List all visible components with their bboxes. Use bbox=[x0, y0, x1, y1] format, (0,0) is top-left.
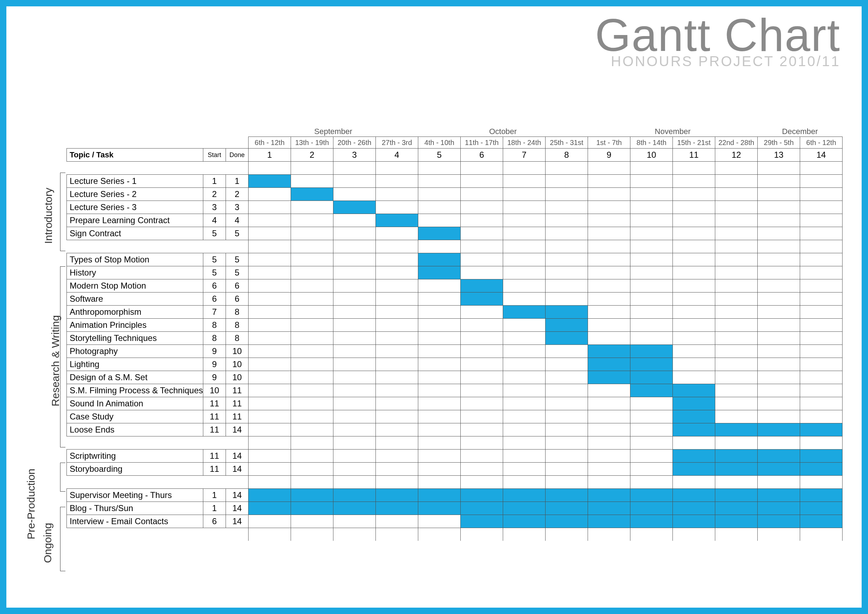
gantt-cell bbox=[546, 293, 588, 305]
task-name: Lecture Series - 3 bbox=[67, 201, 203, 214]
gantt-cell bbox=[631, 305, 673, 319]
spacer-row bbox=[67, 528, 843, 541]
gantt-cell bbox=[503, 175, 546, 188]
gantt-cell bbox=[588, 253, 631, 266]
task-done: 14 bbox=[226, 515, 248, 528]
gantt-cell bbox=[546, 450, 588, 463]
gantt-cell bbox=[673, 293, 715, 305]
task-row: Case Study1111 bbox=[67, 410, 843, 423]
gantt-cell bbox=[333, 463, 376, 476]
gantt-cell bbox=[291, 384, 333, 397]
gantt-cell bbox=[546, 227, 588, 240]
gantt-cell bbox=[631, 423, 673, 436]
gantt-cell bbox=[418, 293, 461, 305]
gantt-cell bbox=[673, 371, 715, 384]
gantt-cell bbox=[418, 371, 461, 384]
col-header-task: Topic / Task bbox=[67, 149, 203, 162]
task-row: Prepare Learning Contract44 bbox=[67, 214, 843, 227]
gantt-cell bbox=[461, 227, 503, 240]
gantt-cell bbox=[673, 279, 715, 293]
gantt-cell bbox=[376, 293, 418, 305]
gantt-cell bbox=[800, 450, 843, 463]
gantt-cell bbox=[673, 305, 715, 319]
gantt-cell bbox=[461, 384, 503, 397]
gantt-cell bbox=[588, 450, 631, 463]
task-name: Animation Principles bbox=[67, 319, 203, 332]
task-done: 14 bbox=[226, 450, 248, 463]
gantt-cell bbox=[461, 253, 503, 266]
gantt-cell bbox=[715, 463, 758, 476]
week-range: 1st - 7th bbox=[588, 137, 631, 149]
gantt-cell bbox=[631, 463, 673, 476]
task-row: Storyboarding1114 bbox=[67, 463, 843, 476]
task-done: 5 bbox=[226, 266, 248, 279]
gantt-cell bbox=[588, 293, 631, 305]
task-row: History55 bbox=[67, 266, 843, 279]
gantt-cell bbox=[800, 397, 843, 410]
gantt-cell bbox=[376, 319, 418, 332]
task-row: Supervisor Meeting - Thurs114 bbox=[67, 489, 843, 502]
gantt-cell bbox=[376, 227, 418, 240]
task-row: Blog - Thurs/Sun114 bbox=[67, 502, 843, 515]
gantt-cell bbox=[715, 188, 758, 201]
task-name: Loose Ends bbox=[67, 423, 203, 436]
gantt-cell bbox=[758, 293, 800, 305]
gantt-cell bbox=[715, 227, 758, 240]
group-bracket-preprod bbox=[60, 463, 65, 492]
gantt-cell bbox=[758, 371, 800, 384]
gantt-cell bbox=[333, 305, 376, 319]
gantt-cell bbox=[673, 188, 715, 201]
task-name: Storyboarding bbox=[67, 463, 203, 476]
gantt-cell bbox=[631, 358, 673, 371]
gantt-cell bbox=[333, 502, 376, 515]
task-row: Lighting910 bbox=[67, 358, 843, 371]
gantt-cell bbox=[376, 279, 418, 293]
task-start: 7 bbox=[203, 305, 226, 319]
gantt-cell bbox=[758, 279, 800, 293]
task-name: Blog - Thurs/Sun bbox=[67, 502, 203, 515]
gantt-cell bbox=[418, 502, 461, 515]
task-done: 1 bbox=[226, 175, 248, 188]
gantt-cell bbox=[631, 450, 673, 463]
week-number: 7 bbox=[503, 149, 546, 162]
week-number: 4 bbox=[376, 149, 418, 162]
task-start: 2 bbox=[203, 188, 226, 201]
gantt-cell bbox=[673, 489, 715, 502]
task-start: 11 bbox=[203, 397, 226, 410]
gantt-cell bbox=[291, 489, 333, 502]
gantt-cell bbox=[588, 371, 631, 384]
gantt-cell bbox=[418, 188, 461, 201]
month-header: November bbox=[588, 127, 758, 137]
gantt-cell bbox=[291, 175, 333, 188]
spacer-row bbox=[67, 476, 843, 489]
week-number: 13 bbox=[758, 149, 800, 162]
gantt-cell bbox=[248, 175, 291, 188]
task-done: 8 bbox=[226, 305, 248, 319]
gantt-cell bbox=[503, 227, 546, 240]
task-row: Design of a S.M. Set910 bbox=[67, 371, 843, 384]
gantt-cell bbox=[333, 450, 376, 463]
task-row: Scriptwriting1114 bbox=[67, 450, 843, 463]
gantt-cell bbox=[588, 397, 631, 410]
gantt-cell bbox=[715, 397, 758, 410]
gantt-cell bbox=[546, 319, 588, 332]
col-header-done: Done bbox=[226, 149, 248, 162]
spacer-row bbox=[67, 240, 843, 253]
gantt-cell bbox=[503, 515, 546, 528]
gantt-cell bbox=[631, 175, 673, 188]
gantt-cell bbox=[758, 515, 800, 528]
gantt-cell bbox=[418, 175, 461, 188]
gantt-cell bbox=[588, 175, 631, 188]
gantt-cell bbox=[758, 345, 800, 358]
task-name: S.M. Filming Process & Techniques bbox=[67, 384, 203, 397]
gantt-cell bbox=[800, 489, 843, 502]
task-name: Case Study bbox=[67, 410, 203, 423]
task-name: Design of a S.M. Set bbox=[67, 371, 203, 384]
gantt-cell bbox=[291, 450, 333, 463]
gantt-cell bbox=[376, 305, 418, 319]
gantt-cell bbox=[588, 332, 631, 345]
gantt-cell bbox=[715, 332, 758, 345]
gantt-cell bbox=[758, 175, 800, 188]
task-row: Lecture Series - 333 bbox=[67, 201, 843, 214]
task-row: Types of Stop Motion55 bbox=[67, 253, 843, 266]
